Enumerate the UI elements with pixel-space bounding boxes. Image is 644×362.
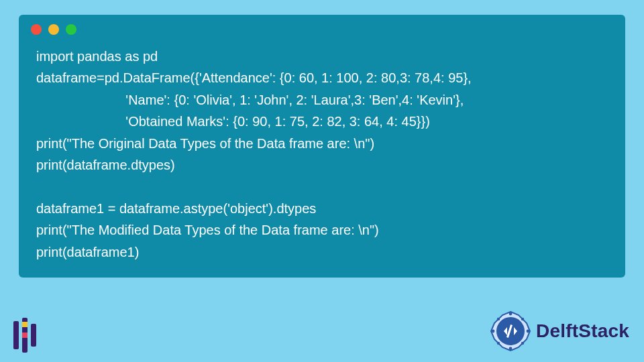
- logo-bar-icon: [31, 324, 36, 347]
- window-titlebar: [19, 15, 625, 42]
- brand-right: DelftStack: [489, 310, 629, 353]
- code-line: import pandas as pd: [36, 49, 158, 64]
- brand-name: DelftStack: [536, 320, 629, 342]
- close-icon[interactable]: [31, 24, 42, 35]
- svg-point-6: [509, 347, 513, 351]
- code-line: print("The Original Data Types of the Da…: [36, 136, 374, 151]
- delftstack-badge-icon: [489, 310, 532, 353]
- code-line: print(dataframe1): [36, 245, 139, 259]
- code-line: dataframe1 = dataframe.astype('object').…: [36, 201, 316, 216]
- svg-point-12: [521, 342, 524, 345]
- maximize-icon[interactable]: [66, 24, 76, 35]
- logo-bar-icon: [22, 318, 28, 353]
- code-line: 'Name': {0: 'Olivia', 1: 'John', 2: 'Lau…: [36, 93, 464, 107]
- code-line: print(dataframe.dtypes): [36, 158, 175, 172]
- code-line: dataframe=pd.DataFrame({'Attendance': {0…: [36, 70, 472, 85]
- code-line: print("The Modified Data Types of the Da…: [36, 223, 379, 237]
- svg-point-9: [497, 318, 500, 320]
- svg-point-11: [497, 342, 500, 345]
- code-line: 'Obtained Marks': {0: 90, 1: 75, 2: 82, …: [36, 114, 430, 129]
- logo-bar-icon: [13, 321, 19, 349]
- code-window: import pandas as pd dataframe=pd.DataFra…: [19, 15, 625, 278]
- svg-point-7: [492, 330, 495, 333]
- svg-point-5: [509, 312, 513, 316]
- svg-point-8: [527, 330, 530, 333]
- svg-point-10: [521, 318, 524, 320]
- code-block: import pandas as pd dataframe=pd.DataFra…: [19, 42, 625, 263]
- brand-mark-left: [13, 318, 36, 353]
- minimize-icon[interactable]: [48, 24, 59, 35]
